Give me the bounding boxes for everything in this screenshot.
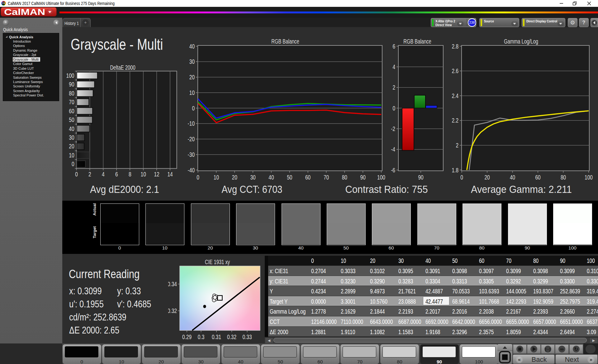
- svg-text:40: 40: [69, 125, 74, 132]
- svg-text:70: 70: [324, 174, 329, 181]
- svg-text:30: 30: [250, 174, 255, 181]
- svg-text:60: 60: [535, 174, 540, 181]
- svg-text:10: 10: [214, 174, 219, 181]
- svg-text:0.31: 0.31: [212, 334, 221, 339]
- svg-text:0: 0: [392, 105, 395, 112]
- svg-text:0.34: 0.34: [168, 281, 177, 287]
- svg-text:-4: -4: [391, 146, 395, 153]
- svg-text:Avg CCT: 6703: Avg CCT: 6703: [222, 183, 282, 195]
- svg-text:50: 50: [287, 174, 292, 181]
- svg-text:14: 14: [167, 171, 173, 178]
- svg-text:0: 0: [75, 171, 78, 178]
- svg-text:RGB Balance: RGB Balance: [403, 38, 431, 45]
- svg-text:∞: ∞: [560, 346, 564, 352]
- svg-text:80: 80: [342, 174, 347, 181]
- svg-text:90: 90: [360, 174, 366, 181]
- svg-text:DeltaE 2000: DeltaE 2000: [110, 64, 135, 71]
- svg-text:[··]: [··]: [545, 347, 550, 352]
- svg-text:6: 6: [392, 43, 395, 50]
- svg-text:Average Gamma: 2.211: Average Gamma: 2.211: [471, 183, 572, 195]
- svg-text:Gamma Log/Log: Gamma Log/Log: [504, 38, 538, 45]
- svg-text:100: 100: [377, 174, 385, 181]
- svg-text:Avg dE2000: 2.1: Avg dE2000: 2.1: [90, 183, 159, 195]
- svg-text:10: 10: [69, 152, 74, 159]
- svg-text:70: 70: [69, 99, 74, 105]
- svg-text:8: 8: [129, 171, 131, 178]
- svg-text:90: 90: [418, 174, 423, 181]
- svg-text:CIE 1931 xy: CIE 1931 xy: [205, 258, 230, 265]
- svg-text:6: 6: [115, 171, 118, 178]
- svg-text:Contrast Ratio: 755: Contrast Ratio: 755: [345, 183, 428, 195]
- svg-text:0.32: 0.32: [227, 334, 236, 339]
- svg-text:0.33: 0.33: [242, 334, 252, 339]
- svg-text:-30: -30: [188, 151, 195, 158]
- svg-text:0.29: 0.29: [182, 334, 192, 339]
- svg-text:12: 12: [154, 171, 159, 178]
- svg-text:100: 100: [585, 174, 593, 181]
- svg-text:-6: -6: [391, 167, 395, 174]
- svg-text:30: 30: [189, 58, 195, 65]
- svg-text:60: 60: [69, 108, 74, 114]
- svg-text:2.8: 2.8: [452, 43, 459, 50]
- svg-text:2.2: 2.2: [452, 117, 459, 124]
- svg-text:0.32: 0.32: [168, 307, 177, 314]
- svg-text:1.8: 1.8: [452, 167, 459, 174]
- svg-text:0: 0: [197, 174, 199, 181]
- svg-text:10: 10: [141, 171, 146, 178]
- svg-text:40: 40: [189, 43, 195, 50]
- svg-text:0: 0: [192, 105, 195, 112]
- svg-text:0: 0: [460, 174, 463, 181]
- svg-text:2: 2: [88, 171, 91, 178]
- svg-text:-20: -20: [188, 136, 195, 142]
- svg-text:40: 40: [268, 174, 274, 181]
- svg-text:10: 10: [189, 89, 195, 96]
- svg-text:20: 20: [69, 143, 74, 150]
- svg-text:0: 0: [72, 161, 74, 167]
- svg-text:30: 30: [69, 134, 74, 141]
- svg-text:2: 2: [456, 142, 458, 149]
- svg-text:60: 60: [305, 174, 311, 181]
- svg-text:-10: -10: [188, 120, 195, 127]
- svg-text:4: 4: [392, 63, 395, 70]
- svg-text:90: 90: [69, 81, 74, 88]
- svg-text:20: 20: [189, 74, 195, 81]
- svg-text:-40: -40: [188, 167, 195, 174]
- svg-text:100: 100: [66, 72, 74, 79]
- svg-text:↻: ↻: [574, 347, 578, 352]
- svg-text:RGB Balance: RGB Balance: [271, 38, 299, 45]
- svg-text:2.4: 2.4: [452, 92, 459, 99]
- svg-text:0.3: 0.3: [198, 334, 205, 339]
- svg-text:80: 80: [561, 174, 566, 181]
- svg-text:2: 2: [392, 84, 395, 91]
- svg-text:20: 20: [484, 174, 490, 181]
- svg-text:40: 40: [510, 174, 515, 181]
- svg-text:-2: -2: [391, 125, 395, 132]
- svg-text:2.6: 2.6: [452, 68, 459, 74]
- svg-text:50: 50: [69, 116, 74, 123]
- svg-text:80: 80: [69, 90, 74, 97]
- svg-text:20: 20: [232, 174, 237, 181]
- svg-text:4: 4: [102, 171, 105, 178]
